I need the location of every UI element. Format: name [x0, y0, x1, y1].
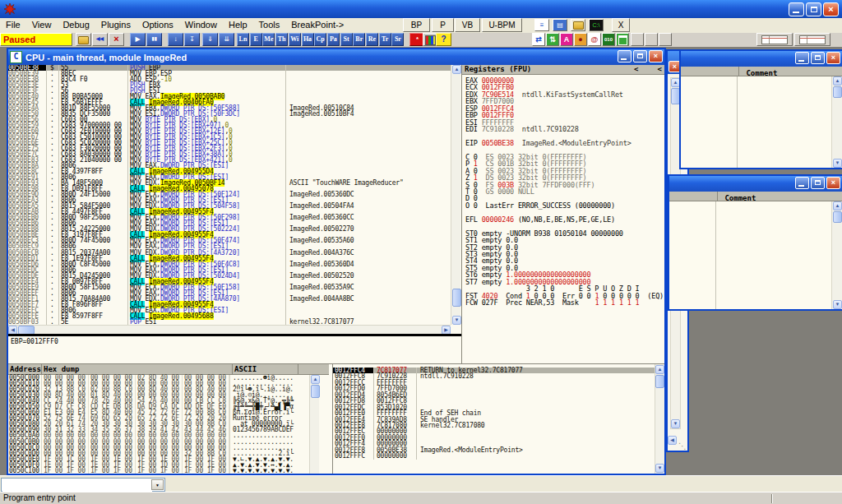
comment1-scrollbar[interactable]: ▲ ▼	[831, 76, 842, 168]
register-line[interactable]: EDI 7C910228 ntdll.7C910228	[465, 126, 664, 132]
comment1-titlebar[interactable]: ×	[681, 51, 842, 67]
register-line[interactable]: O 0 LastErr ERROR_SUCCESS (00000000)	[465, 202, 664, 209]
step-into-button[interactable]: ↓	[168, 33, 183, 46]
step-over-button[interactable]: ↧	[184, 33, 200, 46]
toolbar-close-button[interactable]: X	[612, 18, 630, 32]
cpu-close-button[interactable]: ×	[649, 50, 663, 62]
menu-item-help[interactable]: Help	[223, 18, 253, 33]
window-shortcut-button-wi[interactable]: Wi	[289, 33, 301, 46]
window-shortcut-button-ha[interactable]: Ha	[302, 33, 314, 46]
comment1-restore-button[interactable]	[811, 52, 825, 64]
disasm-row[interactable]: 0050BE3B.83C4 F0ADD ESP,-10	[8, 76, 451, 82]
help-button[interactable]: ?	[436, 33, 451, 46]
window-shortcut-button-th[interactable]: Th	[275, 33, 288, 46]
comment2-close-button[interactable]: ×	[826, 177, 840, 189]
background-hscroll-left[interactable]: ◀	[668, 436, 677, 445]
register-line[interactable]: EIP 0050BE38 ImageRed.<ModuleEntryPoint>	[465, 140, 664, 146]
menu-item-window[interactable]: Window	[179, 18, 223, 33]
registers-nav-left[interactable]: <	[634, 65, 638, 74]
menu-item-breakpoint[interactable]: BreakPoint->	[285, 18, 349, 33]
disasm-hscrollbar[interactable]: ◀ ▶	[8, 325, 451, 334]
window-shortcut-button-ln[interactable]: Ln	[237, 33, 249, 46]
disasm-vscroll-thumb[interactable]	[452, 289, 461, 307]
panel-layout-button-1[interactable]	[756, 33, 793, 46]
command-combobox[interactable]: ▼	[1, 478, 165, 492]
trace-into-button[interactable]: ⇓	[202, 33, 218, 46]
register-line[interactable]: EFL 00000246 (NO,NB,E,BE,NS,PE,GE,LE)	[465, 216, 664, 223]
comment1-close-button[interactable]: ×	[826, 52, 840, 64]
disasm-row[interactable]: 0050BE3E.53PUSH EBX	[8, 82, 451, 88]
cpu-restore-button[interactable]	[633, 50, 647, 62]
bookmark-plugin-icon[interactable]: ⇅	[546, 33, 559, 46]
comment1-col1-header[interactable]	[683, 67, 739, 76]
analyze-plugin-icon[interactable]: A	[560, 33, 573, 46]
record-plugin-icon[interactable]: ●	[574, 33, 587, 46]
window-plugin-icon[interactable]	[616, 33, 629, 46]
trace-over-button[interactable]: ⇊	[219, 33, 234, 46]
stack-vscrollbar[interactable]: ▲ ▼	[655, 364, 664, 474]
main-titlebar[interactable]: ×	[0, 0, 842, 19]
dump-header-ascii[interactable]: ASCII	[233, 364, 298, 374]
comment2-body[interactable]	[669, 201, 831, 309]
resize-grip[interactable]: ⋱	[678, 442, 687, 451]
menu-item-debug[interactable]: Debug	[57, 18, 95, 33]
menu-item-file[interactable]: File	[0, 18, 26, 33]
command-input[interactable]	[2, 479, 152, 492]
window-shortcut-button-e[interactable]: E	[250, 33, 262, 46]
folder-icon[interactable]	[571, 19, 585, 31]
minimize-button[interactable]	[789, 2, 804, 16]
combo-dropdown-button[interactable]: ▼	[151, 479, 164, 490]
window-shortcut-button-pa[interactable]: Pa	[327, 33, 340, 46]
comment2-titlebar[interactable]: ×	[669, 176, 842, 192]
dump-pane[interactable]: Address Hex dump ASCII 0050C00000 00 00 …	[8, 364, 329, 474]
book-icon[interactable]: ▤	[553, 19, 567, 31]
close-program-button[interactable]: ×	[109, 33, 124, 46]
panel-layout-button-2[interactable]	[794, 33, 830, 46]
restore-button[interactable]	[806, 2, 821, 16]
menu-item-plugins[interactable]: Plugins	[95, 18, 136, 33]
restart-button-toolbar[interactable]: ◀◀	[92, 33, 108, 46]
disassembly-pane[interactable]: 0050BE38$55PUSH EBP0050BE39.8BECMOV EBP,…	[8, 65, 451, 325]
stack-row[interactable]: 0012FFFC00000000	[333, 453, 664, 459]
register-line[interactable]: FCW 027F Prec NEAR,53 Mask 1 1 1 1 1 1	[465, 299, 664, 306]
pause-button[interactable]: ▮▮	[146, 33, 162, 46]
notes-icon[interactable]: ≡	[534, 19, 549, 31]
comment1-minimize-button[interactable]	[795, 52, 809, 64]
comment2-minimize-button[interactable]	[795, 177, 809, 189]
disasm-row[interactable]: 0050BF03.5EPOP ESIkernel32.7C817077	[8, 319, 451, 325]
comment2-scrollbar[interactable]: ▲ ▼	[831, 201, 842, 309]
dump-vscroll-thumb[interactable]	[311, 385, 320, 398]
sync-plugin-icon[interactable]: ⇄	[532, 33, 545, 46]
menu-item-view[interactable]: View	[26, 18, 58, 33]
dump-header-address[interactable]: Address	[8, 364, 42, 374]
window-shortcut-button-sr[interactable]: Sr	[391, 33, 404, 46]
stack-vscroll-thumb[interactable]	[655, 375, 664, 388]
register-line[interactable]: T 0 GS 0000 NULL	[465, 188, 664, 195]
registers-pane[interactable]: Registers (FPU) < < EAX 00000000ECX 0012…	[461, 65, 664, 363]
ubpm-button[interactable]: U-BPM	[482, 18, 522, 32]
cpu-minimize-button[interactable]	[618, 50, 632, 62]
window-shortcut-button-cp[interactable]: Cp	[314, 33, 326, 46]
info-pane[interactable]: EBP=0012FFF0	[8, 336, 461, 363]
p-button[interactable]: P	[432, 18, 454, 32]
vb-button[interactable]: VB	[455, 18, 480, 32]
window-shortcut-button-br[interactable]: Br	[353, 33, 365, 46]
console-icon[interactable]: C:\	[589, 19, 604, 31]
disasm-vscrollbar[interactable]: ▲ ▼	[451, 65, 460, 325]
open-file-button[interactable]	[76, 33, 91, 46]
close-button[interactable]: ×	[823, 2, 839, 16]
comment2-restore-button[interactable]	[811, 177, 825, 189]
registers-nav-right[interactable]: <	[658, 65, 662, 74]
cpu-titlebar[interactable]: C CPU - main thread, module ImageRed ×	[8, 49, 664, 65]
bp-button[interactable]: BP	[403, 18, 430, 32]
window-shortcut-button-me[interactable]: Me	[262, 33, 275, 46]
comment1-body[interactable]	[681, 76, 831, 168]
window-shortcut-button-re[interactable]: Re	[366, 33, 378, 46]
run-button[interactable]: ▶	[130, 33, 146, 46]
stack-pane[interactable]: 0012FFC47C817077RETURN to kernel32.7C817…	[332, 364, 664, 474]
disasm-row[interactable]: 0050BEFE.E8 8597F8FFCALL ImageRed.004956…	[8, 313, 451, 319]
binary-plugin-icon[interactable]: 010	[602, 33, 615, 46]
menu-item-options[interactable]: Options	[136, 18, 179, 33]
dump-header-hex[interactable]: Hex dump	[42, 364, 233, 374]
window-shortcut-button-st[interactable]: St	[340, 33, 353, 46]
